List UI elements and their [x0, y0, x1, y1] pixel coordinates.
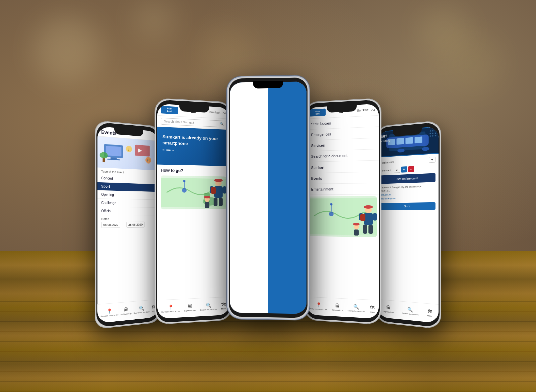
p1-nav-sightseeing[interactable]: 🏛 Sightseeings	[120, 307, 131, 316]
p4-lang[interactable]: AZ	[371, 108, 375, 112]
p2-notch	[179, 104, 209, 113]
p4-nav-services-me[interactable]: 📍 Services near to me	[310, 302, 327, 311]
p5-bottom-nav: 🏛 Sightseeings 🔍 Search for services 🗺 M…	[378, 299, 439, 323]
p1-menu-official[interactable]: Official	[97, 207, 158, 215]
p5-search-icon: 🔍	[407, 307, 413, 313]
p1-nav-services[interactable]: 📍 Services near to me	[100, 308, 119, 318]
svg-point-31	[330, 203, 332, 205]
p4-nav-events[interactable]: Events	[306, 172, 379, 184]
phone-main-blue: Sum qayIt	[228, 76, 309, 319]
svg-point-30	[329, 211, 334, 216]
p2-services-icon: 📍	[168, 305, 174, 310]
p4-character	[350, 205, 377, 237]
p2-map-illustration	[161, 175, 226, 209]
events-illustration: ♪ ▶ 🎨	[97, 136, 158, 171]
p3-blue-half	[268, 81, 307, 314]
p1-dates-label: Dates	[101, 217, 155, 221]
sightseeing-icon: 🏛	[124, 307, 128, 313]
p5-card-row: e online card ▼	[380, 157, 436, 166]
p5-nav-map[interactable]: 🗺 Maps	[427, 309, 432, 318]
phone-main-screen: Sum qayIt	[230, 81, 307, 314]
p4-nav-map[interactable]: 🗺 Maps	[370, 305, 375, 314]
svg-text:🎨: 🎨	[147, 158, 151, 162]
p2-how-title: How to go?	[161, 168, 226, 174]
p2-nav-sightseeing[interactable]: 🏛 Sightseeings	[184, 303, 196, 312]
svg-rect-39	[365, 206, 372, 208]
p4-services-icon: 📍	[316, 302, 321, 308]
svg-text:▶: ▶	[138, 147, 142, 154]
p5-minus-button[interactable]: −	[408, 166, 414, 172]
p5-plus-button[interactable]: +	[401, 166, 407, 173]
p4-nav-menu: State bodies Emergences Services Search …	[306, 116, 379, 195]
p2-sightseeing-icon: 🏛	[188, 304, 192, 309]
phone-online-card: kart o future e online card ▼ d	[376, 121, 440, 329]
p5-get-card-button[interactable]: Get online card	[380, 173, 436, 184]
p5-bottom-button[interactable]: Sum	[380, 202, 436, 210]
p2-hero-section: Sumkart is already on your smartphone	[157, 127, 230, 166]
p5-card-select[interactable]: ▼	[429, 157, 436, 163]
p5-map-icon: 🗺	[427, 309, 432, 315]
svg-rect-25	[211, 187, 216, 194]
p4-map-area	[308, 196, 377, 237]
p4-map-icon: 🗺	[370, 305, 374, 311]
p2-nav-map[interactable]: 🗺 Maps	[221, 302, 226, 311]
p4-nav-sumkart[interactable]: Sumkart	[306, 160, 379, 173]
svg-rect-19	[214, 198, 218, 206]
p2-dot-3[interactable]	[172, 150, 174, 151]
svg-rect-22	[223, 186, 227, 194]
p2-lang[interactable]: AZ	[223, 111, 226, 114]
p1-menu-challenge[interactable]: Challenge	[97, 199, 158, 208]
phone-nav-screen: Sum kart Sumkart AZ	[306, 104, 379, 319]
p2-search-icon: 🔍	[206, 303, 211, 308]
p2-map-icon: 🗺	[221, 302, 226, 307]
svg-rect-42	[354, 229, 359, 235]
phone-sumkart-screen: Sum kart Sumkart AZ	[157, 104, 230, 319]
p5-nav-search[interactable]: 🔍 Search for services	[402, 306, 419, 316]
phone-events: Events ♪	[95, 121, 160, 329]
p4-nav-entertainment[interactable]: Entertainment	[306, 183, 379, 195]
svg-rect-35	[368, 225, 373, 234]
p4-nav-search-doc[interactable]: Search for a document	[306, 149, 379, 162]
svg-rect-34	[363, 225, 367, 234]
p2-dot-2[interactable]	[166, 150, 171, 151]
svg-rect-51	[405, 137, 413, 144]
svg-rect-20	[219, 198, 223, 206]
p1-menu-opening[interactable]: Opening	[97, 191, 158, 200]
svg-rect-27	[205, 202, 210, 208]
p4-nav-search[interactable]: 🔍 Search for services	[348, 304, 365, 313]
p2-nav-search[interactable]: 🔍 Search for services	[200, 302, 217, 312]
p2-topbar-info: Sumkart AZ	[209, 110, 226, 114]
p1-dates-section: Dates 08.08.2020 — 28.08.2020	[97, 215, 158, 230]
phone-events-screen: Events ♪	[97, 126, 158, 323]
svg-rect-6	[135, 145, 150, 156]
svg-rect-24	[215, 179, 222, 181]
p2-app-name: Sumkart	[209, 110, 220, 114]
p5-address-info: n avenue 9, Sumgait city, the of Azerbai…	[380, 184, 436, 200]
p4-nav-sightseeing[interactable]: 🏛 Sightseeings	[332, 303, 343, 312]
p3-top-section	[230, 81, 307, 186]
p5-future-text: o future	[380, 139, 390, 144]
p5-nav-sightseeing[interactable]: 🏛 Sightseeings	[383, 305, 394, 314]
p1-dates-row: 08.08.2020 — 28.08.2020	[101, 222, 155, 228]
svg-rect-50	[397, 138, 404, 145]
p2-nav-services[interactable]: 📍 Services near to me	[161, 304, 180, 314]
services-near-icon: 📍	[107, 308, 112, 314]
p2-logo: Sum kart	[161, 106, 178, 114]
p2-search-input[interactable]: Search about Sumgait 🔍	[161, 118, 226, 127]
p2-hero-text: Sumkart is already on your smartphone	[162, 134, 225, 148]
p5-card-label: e online card	[380, 159, 427, 165]
p1-nav-search[interactable]: 🔍 Search for services	[134, 305, 150, 315]
p2-carousel-dots	[162, 150, 225, 153]
svg-rect-40	[360, 214, 365, 221]
p5-qty-row: d the card 2 + −	[380, 165, 436, 174]
p2-dot-1[interactable]	[162, 150, 164, 151]
phone-card-screen: kart o future e online card ▼ d	[378, 126, 439, 323]
p5-banner-text: kart o future	[380, 133, 390, 143]
svg-rect-52	[415, 136, 422, 143]
p5-qty-value[interactable]: 2	[394, 167, 400, 173]
p2-character	[201, 178, 227, 209]
p1-date-from[interactable]: 08.08.2020	[101, 222, 120, 228]
p2-how-section: How to go?	[157, 165, 230, 213]
p4-search-icon: 🔍	[353, 304, 359, 310]
p1-date-to[interactable]: 28.08.2020	[126, 222, 144, 228]
